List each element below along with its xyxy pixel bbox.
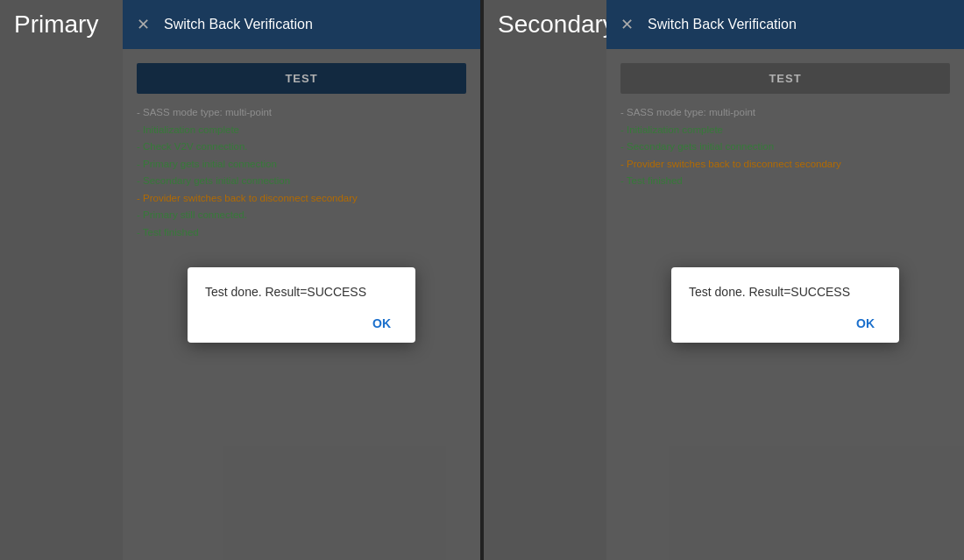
primary-header: ✕ Switch Back Verification [123,0,480,49]
primary-phone-screen: ✕ Switch Back Verification TEST - SASS m… [123,0,480,560]
secondary-dialog-actions: OK [689,313,882,334]
primary-close-icon[interactable]: ✕ [137,17,150,32]
secondary-dialog: Test done. Result=SUCCESS OK [671,267,899,343]
secondary-close-icon[interactable]: ✕ [620,17,634,32]
primary-panel: Primary ✕ Switch Back Verification TEST … [0,0,480,560]
secondary-dialog-overlay: Test done. Result=SUCCESS OK [606,49,964,560]
primary-label: Primary [14,11,98,39]
primary-ok-button[interactable]: OK [365,313,398,334]
primary-header-title: Switch Back Verification [164,17,313,32]
primary-dialog-overlay: Test done. Result=SUCCESS OK [123,49,480,560]
secondary-header-title: Switch Back Verification [648,17,797,32]
secondary-label: Secondary [498,11,615,39]
secondary-dialog-message: Test done. Result=SUCCESS [689,285,882,299]
secondary-content: TEST - SASS mode type: multi-point - Ini… [606,49,964,560]
primary-dialog-actions: OK [205,313,398,334]
secondary-ok-button[interactable]: OK [849,313,882,334]
secondary-panel: Secondary ✕ Switch Back Verification TES… [484,0,964,560]
primary-dialog-message: Test done. Result=SUCCESS [205,285,398,299]
secondary-phone-screen: ✕ Switch Back Verification TEST - SASS m… [606,0,964,560]
secondary-header: ✕ Switch Back Verification [606,0,964,49]
primary-dialog: Test done. Result=SUCCESS OK [188,267,415,343]
primary-content: TEST - SASS mode type: multi-point - Ini… [123,49,480,560]
primary-label-area: Primary [0,0,123,560]
secondary-label-area: Secondary [484,0,606,560]
